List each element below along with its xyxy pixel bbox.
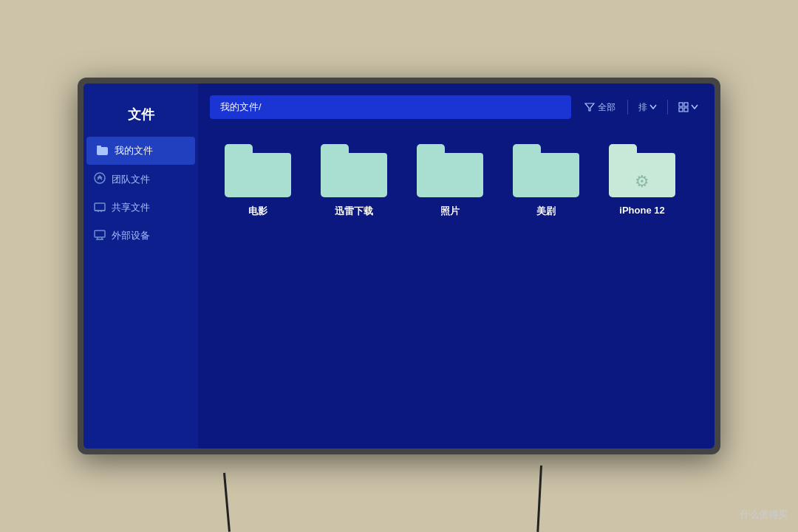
sidebar-item-external-devices[interactable]: 外部设备: [83, 222, 198, 250]
folder-xunlei[interactable]: 迅雷下载: [321, 144, 387, 218]
svg-rect-0: [97, 147, 108, 155]
sidebar-item-external-devices-label: 外部设备: [112, 229, 150, 242]
folder-photos[interactable]: 照片: [417, 144, 483, 218]
svg-rect-12: [684, 103, 688, 106]
shared-files-icon: [94, 202, 106, 214]
folder-movies[interactable]: 电影: [225, 144, 291, 218]
folder-body: [321, 153, 387, 197]
tv-screen: 文件 我的文件: [83, 83, 715, 449]
my-files-icon: [97, 145, 109, 157]
sidebar-item-shared-files-label: 共享文件: [112, 201, 150, 214]
top-bar-actions: 全部 排: [579, 98, 703, 117]
sidebar-item-my-files[interactable]: 我的文件: [86, 137, 195, 165]
main-content: 我的文件/ 全部 排: [198, 83, 715, 449]
sidebar-item-my-files-label: 我的文件: [115, 144, 153, 157]
tv-frame: 文件 我的文件: [78, 78, 720, 454]
svg-rect-7: [95, 231, 105, 237]
sidebar-item-shared-files[interactable]: 共享文件: [83, 194, 198, 222]
sidebar-title: 文件: [83, 98, 198, 137]
external-devices-icon: [94, 230, 106, 242]
wall: 文件 我的文件: [0, 0, 798, 532]
divider-1: [627, 100, 628, 115]
folder-xunlei-icon: [321, 144, 387, 197]
folder-body: [225, 153, 291, 197]
folder-iphone12-label: iPhone 12: [619, 205, 664, 216]
filter-icon: [584, 103, 595, 112]
svg-rect-13: [679, 108, 683, 112]
view-button[interactable]: [674, 99, 703, 115]
sort-button[interactable]: 排: [634, 98, 661, 117]
sort-label: 排: [638, 101, 647, 114]
view-grid-icon: [678, 102, 689, 112]
folder-movies-icon: [225, 144, 291, 197]
filter-label: 全部: [598, 101, 615, 114]
sort-chevron-icon: [649, 104, 657, 110]
path-bar[interactable]: 我的文件/: [210, 95, 571, 119]
folders-grid: 电影 迅雷下载: [210, 137, 703, 225]
folder-iphone12[interactable]: ⚙ iPhone 12: [609, 144, 675, 218]
folder-body: [513, 153, 579, 197]
folder-photos-label: 照片: [440, 205, 460, 218]
sidebar-item-team-files[interactable]: 团队文件: [83, 165, 198, 194]
folder-movies-label: 电影: [248, 205, 267, 218]
team-files-icon: [94, 172, 106, 186]
folder-iphone12-icon: ⚙: [609, 144, 675, 197]
cable-right: [537, 466, 543, 532]
divider-2: [667, 100, 668, 115]
watermark: 什么值得买: [740, 508, 788, 522]
folder-photos-icon: [417, 144, 483, 197]
svg-rect-14: [684, 108, 688, 112]
svg-rect-11: [679, 103, 683, 106]
filter-button[interactable]: 全部: [579, 98, 621, 117]
folder-american-drama[interactable]: 美剧: [513, 144, 579, 218]
svg-rect-3: [95, 203, 105, 211]
folder-american-drama-label: 美剧: [536, 205, 556, 218]
view-chevron-icon: [691, 104, 698, 110]
gear-icon: ⚙: [635, 172, 649, 191]
folder-body: [417, 153, 483, 197]
folder-american-drama-icon: [513, 144, 579, 197]
sidebar: 文件 我的文件: [83, 83, 198, 449]
top-bar: 我的文件/ 全部 排: [210, 95, 703, 119]
svg-rect-1: [97, 146, 101, 148]
cable-left: [223, 473, 231, 532]
folder-xunlei-label: 迅雷下载: [335, 205, 373, 218]
sidebar-item-team-files-label: 团队文件: [112, 173, 150, 186]
